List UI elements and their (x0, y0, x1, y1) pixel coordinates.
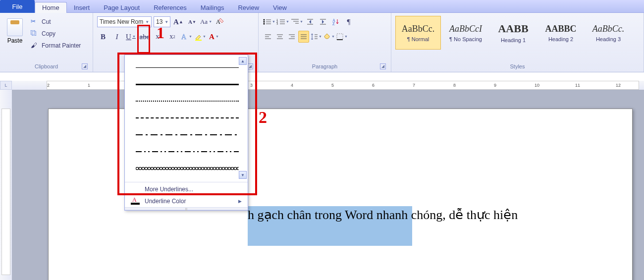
style-heading-3[interactable]: AaBbCc.Heading 3 (586, 16, 631, 50)
superscript-button[interactable]: x2 (166, 31, 178, 43)
cut-button[interactable]: Cut (29, 17, 83, 27)
text-effects-button[interactable]: A▼ (180, 31, 192, 43)
highlight-button[interactable]: ▼ (194, 31, 206, 43)
underline-button[interactable]: U▼ (125, 31, 137, 43)
tab-home[interactable]: Home (35, 2, 67, 13)
shading-button[interactable]: ▼ (323, 31, 335, 43)
paragraph-dialog-launcher[interactable]: ◢ (380, 63, 386, 69)
svg-text:A: A (181, 33, 187, 41)
group-title-styles: Styles (395, 62, 640, 71)
annotation-2: 2 (259, 108, 267, 127)
align-left-button[interactable] (263, 31, 273, 43)
line-spacing-button[interactable]: ▼ (310, 31, 322, 43)
numbering-button[interactable]: 123▼ (276, 16, 289, 28)
copy-icon (31, 30, 39, 38)
group-title-clipboard: Clipboard◢ (4, 62, 89, 71)
text-selection (248, 222, 412, 246)
style-heading-2[interactable]: AABBCHeading 2 (538, 16, 584, 50)
style-heading-1[interactable]: AABBHeading 1 (490, 16, 536, 50)
tab-insert[interactable]: Insert (67, 2, 97, 13)
italic-button[interactable]: I (111, 31, 123, 43)
annotation-1: 1 (157, 24, 164, 42)
svg-point-3 (264, 19, 265, 21)
bold-button[interactable]: B (97, 31, 109, 43)
decrease-indent-button[interactable] (304, 16, 316, 28)
underline-color-icon (131, 198, 140, 205)
paste-label: Paste (7, 37, 23, 44)
multilevel-list-button[interactable]: ▼ (290, 16, 303, 28)
grow-font-button[interactable]: A▲ (172, 16, 184, 28)
clipboard-dialog-launcher[interactable]: ◢ (82, 63, 88, 69)
copy-button[interactable]: Copy (29, 29, 83, 39)
tab-references[interactable]: References (147, 2, 193, 13)
tab-view[interactable]: View (266, 2, 294, 13)
svg-rect-39 (337, 34, 343, 40)
cut-icon (31, 18, 39, 26)
increase-indent-button[interactable] (317, 16, 329, 28)
show-marks-button[interactable]: ¶ (343, 16, 355, 28)
borders-button[interactable]: ▼ (336, 31, 348, 43)
style-normal[interactable]: AaBbCc.¶ Normal (395, 16, 441, 50)
justify-button[interactable] (298, 31, 309, 43)
svg-text:3: 3 (276, 22, 278, 25)
annotation-box-2 (117, 53, 257, 195)
tab-review[interactable]: Review (231, 2, 266, 13)
horizontal-ruler[interactable]: 2112345678910111213 (12, 81, 644, 90)
group-styles: AaBbCc.¶ Normal AaBbCcI¶ No Spacing AABB… (391, 13, 644, 72)
tab-page-layout[interactable]: Page Layout (97, 2, 147, 13)
align-right-button[interactable] (286, 31, 297, 43)
bullets-button[interactable]: ▼ (263, 16, 275, 28)
tab-mailings[interactable]: Mailings (194, 2, 231, 13)
svg-text:Z: Z (332, 22, 335, 26)
document-text[interactable]: h gạch chân trong Word nhanh chóng, dễ t… (248, 207, 518, 223)
align-center-button[interactable] (274, 31, 285, 43)
tab-file[interactable]: File (0, 0, 35, 13)
ribbon: Paste Cut Copy Format Painter Clipboard◢… (0, 13, 644, 72)
svg-rect-2 (195, 40, 202, 41)
group-title-paragraph: Paragraph◢ (263, 62, 387, 71)
group-paragraph: ▼ 123▼ ▼ AZ ¶ ▼ ▼ ▼ Para (259, 13, 391, 72)
paste-icon (7, 18, 23, 36)
painter-icon (31, 42, 39, 50)
change-case-button[interactable]: Aa▼ (200, 16, 212, 28)
group-clipboard: Paste Cut Copy Format Painter Clipboard◢ (0, 13, 93, 72)
shrink-font-button[interactable]: A▼ (186, 16, 198, 28)
annotation-box-1 (137, 25, 150, 54)
svg-point-5 (264, 21, 265, 23)
svg-point-7 (264, 23, 265, 25)
sort-button[interactable]: AZ (330, 16, 342, 28)
clear-formatting-button[interactable]: A (214, 16, 226, 28)
font-color-button[interactable]: A▼ (208, 31, 220, 43)
paste-button[interactable]: Paste (4, 16, 26, 51)
document-workspace: h gạch chân trong Word nhanh chóng, dễ t… (12, 90, 644, 280)
format-painter-button[interactable]: Format Painter (29, 41, 83, 51)
vertical-ruler[interactable] (0, 90, 12, 280)
underline-color-item[interactable]: Underline Color▶ (125, 195, 248, 207)
ruler-corner[interactable]: L (0, 81, 12, 90)
ribbon-tabs: File Home Insert Page Layout References … (0, 0, 644, 13)
style-no-spacing[interactable]: AaBbCcI¶ No Spacing (443, 16, 488, 50)
